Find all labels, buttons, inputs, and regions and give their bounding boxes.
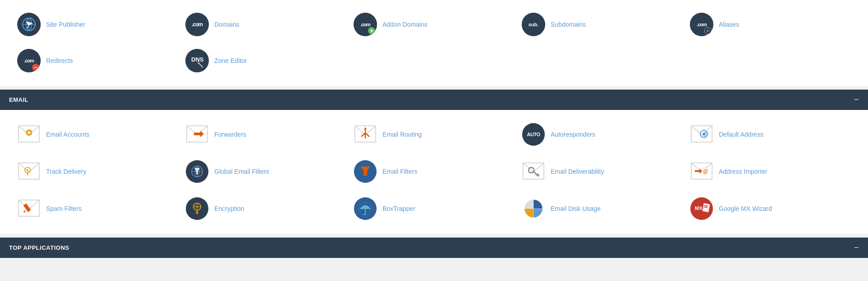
svg-point-8 [198, 62, 200, 64]
empty-cell-2 [518, 44, 686, 77]
svg-text:@: @ [703, 132, 707, 137]
subdomains-label: Subdomains [551, 20, 586, 29]
email-accounts-icon [17, 123, 41, 146]
encryption-icon [185, 197, 209, 220]
item-encryption[interactable]: Encryption [182, 192, 350, 225]
aliases-label: Aliases [719, 20, 739, 29]
svg-marker-32 [194, 168, 200, 174]
autoresponders-icon: AUTO [522, 123, 545, 146]
email-section: EMAIL − Email Accounts [0, 90, 868, 234]
item-autoresponders[interactable]: AUTO Autoresponders [518, 118, 686, 151]
domains-grid-row2: .com − Redirects DNS Zone Editor [14, 44, 854, 77]
zone-editor-label: Zone Editor [214, 57, 247, 65]
aliases-icon: .com = [690, 13, 713, 36]
redirects-label: Redirects [46, 57, 73, 65]
email-routing-label: Email Routing [382, 130, 422, 138]
email-items-grid: Email Accounts Forwarders [14, 118, 854, 225]
empty-cell-1 [350, 44, 518, 77]
item-subdomains[interactable]: sub. Subdomains [518, 8, 686, 41]
zone-editor-icon: DNS [185, 49, 209, 72]
item-email-deliverability[interactable]: Email Deliverability [518, 155, 686, 188]
encryption-label: Encryption [214, 205, 244, 213]
forwarders-icon [185, 123, 209, 146]
email-section-header: EMAIL − [0, 90, 868, 110]
item-global-email-filters[interactable]: Global Email Filters [182, 155, 350, 188]
top-applications-title: TOP APPLICATIONS [9, 244, 69, 251]
item-spam-filters[interactable]: Spam Filters [14, 192, 182, 225]
track-delivery-label: Track Delivery [46, 167, 86, 176]
item-aliases[interactable]: .com = Aliases [686, 8, 854, 41]
email-section-body: Email Accounts Forwarders [0, 110, 868, 234]
svg-text:MX: MX [695, 205, 703, 211]
email-filters-icon [354, 160, 377, 183]
item-google-mx-wizard[interactable]: MX Google MX Wizard [686, 192, 854, 225]
item-email-disk-usage[interactable]: Email Disk Usage [518, 192, 686, 225]
item-address-importer[interactable]: @ Address Importer [686, 155, 854, 188]
item-zone-editor[interactable]: DNS Zone Editor [182, 44, 350, 77]
default-address-label: Default Address [719, 130, 764, 138]
site-publisher-label: Site Publisher [46, 20, 85, 29]
global-email-filters-icon [185, 160, 209, 183]
email-disk-usage-icon [522, 197, 545, 220]
svg-text:DNS: DNS [191, 56, 204, 63]
default-address-icon: @ [690, 123, 713, 146]
item-track-delivery[interactable]: Track Delivery [14, 155, 182, 188]
forwarders-label: Forwarders [214, 130, 246, 138]
domains-label: Domains [214, 20, 239, 29]
email-disk-usage-label: Email Disk Usage [551, 205, 600, 213]
boxtrapper-label: BoxTrapper [382, 205, 415, 213]
top-applications-section: TOP APPLICATIONS − [0, 238, 868, 258]
autoresponders-label: Autoresponders [551, 130, 595, 138]
item-default-address[interactable]: @ Default Address [686, 118, 854, 151]
addon-domains-icon: .com + [354, 13, 377, 36]
item-email-filters[interactable]: Email Filters [350, 155, 518, 188]
item-boxtrapper[interactable]: BoxTrapper [350, 192, 518, 225]
top-applications-collapse-button[interactable]: − [854, 243, 859, 252]
track-delivery-icon [17, 160, 41, 183]
google-mx-wizard-label: Google MX Wizard [719, 205, 772, 213]
svg-line-5 [27, 26, 28, 29]
item-addon-domains[interactable]: .com + Addon Domains [350, 8, 518, 41]
email-deliverability-label: Email Deliverability [551, 167, 604, 176]
address-importer-icon: @ [690, 160, 713, 183]
global-email-filters-label: Global Email Filters [214, 167, 269, 176]
email-accounts-label: Email Accounts [46, 130, 90, 138]
svg-text:@: @ [703, 169, 708, 174]
boxtrapper-icon [354, 197, 377, 220]
spam-filters-label: Spam Filters [46, 205, 82, 213]
domains-icon: .com [185, 13, 209, 36]
email-section-title: EMAIL [9, 96, 28, 103]
item-email-routing[interactable]: Email Routing [350, 118, 518, 151]
item-domains[interactable]: .com Domains [182, 8, 350, 41]
email-routing-icon [354, 123, 377, 146]
subdomains-icon: sub. [522, 13, 545, 36]
item-email-accounts[interactable]: Email Accounts [14, 118, 182, 151]
item-site-publisher[interactable]: Site Publisher [14, 8, 182, 41]
svg-point-26 [27, 169, 28, 171]
top-applications-header: TOP APPLICATIONS − [0, 238, 868, 258]
addon-domains-label: Addon Domains [382, 20, 428, 29]
item-forwarders[interactable]: Forwarders [182, 118, 350, 151]
site-publisher-icon [17, 13, 41, 36]
empty-cell-3 [686, 44, 854, 77]
domains-grid-row1: Site Publisher .com Domains .com + Addon… [14, 8, 854, 41]
email-filters-label: Email Filters [382, 167, 417, 176]
google-mx-wizard-icon: MX [690, 197, 713, 220]
email-collapse-button[interactable]: − [854, 95, 859, 105]
spam-filters-icon [17, 197, 41, 220]
svg-marker-33 [361, 167, 370, 176]
item-redirects[interactable]: .com − Redirects [14, 44, 182, 77]
address-importer-label: Address Importer [719, 167, 767, 176]
domains-section: Site Publisher .com Domains .com + Addon… [0, 0, 868, 86]
email-deliverability-icon [522, 160, 545, 183]
redirects-icon: .com − [17, 49, 41, 72]
